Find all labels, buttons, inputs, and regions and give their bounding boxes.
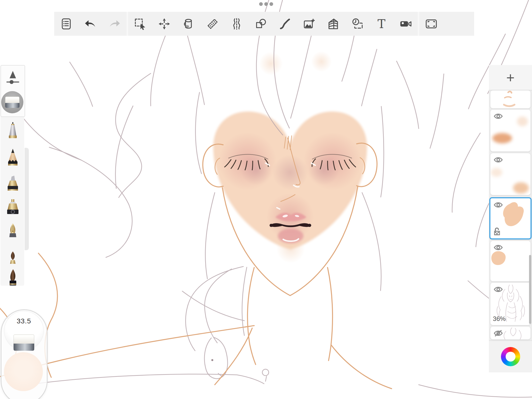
color-wheel-section (489, 340, 532, 372)
fullscreen-icon (425, 17, 438, 30)
fullscreen-button[interactable] (419, 12, 443, 36)
brush-library-panel (0, 116, 24, 286)
shapes-icon (254, 17, 267, 30)
undo-arrow-icon (84, 17, 97, 30)
sketch-app-window: T (0, 0, 532, 399)
brush-size-puck[interactable]: 33.5 (4, 311, 44, 351)
time-lapse-icon (351, 17, 364, 30)
layer-visibility-eye-icon[interactable] (493, 286, 503, 293)
svg-text:T: T (378, 17, 385, 30)
brush-airbrush[interactable] (5, 199, 21, 216)
brush-mechanical-pencil[interactable] (5, 122, 21, 140)
brush-marker[interactable] (5, 175, 21, 193)
symmetry-icon (230, 17, 243, 30)
record-video-button[interactable] (394, 12, 418, 36)
top-toolbar: T (54, 12, 474, 36)
mechanical-pencil-icon (5, 122, 21, 140)
menu-list-icon (60, 17, 73, 30)
layer-row[interactable] (490, 90, 531, 108)
brush-pencil[interactable] (5, 148, 21, 166)
paint-bucket-icon (182, 17, 195, 30)
layer-thumbnail (490, 90, 531, 108)
multitask-handle-icon[interactable] (259, 2, 275, 6)
color-wheel-button[interactable] (501, 347, 520, 366)
layers-panel: + (489, 65, 532, 372)
add-image-icon (303, 17, 316, 30)
canvas-artwork[interactable] (0, 0, 532, 399)
layer-visibility-eye-icon[interactable] (493, 244, 503, 251)
selection-tool-button[interactable] (128, 12, 152, 36)
round-brush-icon (5, 251, 21, 269)
brush-size-value: 33.5 (4, 317, 43, 325)
video-camera-icon (399, 17, 412, 30)
brush-list-scrollbar[interactable] (25, 148, 29, 250)
marker-icon (5, 175, 21, 193)
layer-hidden-eye-icon[interactable] (493, 330, 503, 337)
shapes-tool-button[interactable] (249, 12, 273, 36)
stroke-tool-button[interactable] (273, 12, 297, 36)
alpha-lock-icon[interactable] (493, 227, 501, 236)
brush-size-slider-icon[interactable] (6, 70, 20, 85)
layer-visibility-eye-icon[interactable] (493, 113, 503, 120)
fill-tool-button[interactable] (176, 12, 200, 36)
layer-row[interactable] (490, 153, 531, 195)
perspective-grid-icon (327, 17, 340, 30)
ink-pen-icon (5, 223, 21, 241)
color-swatch-puck[interactable] (4, 352, 43, 391)
redo-button[interactable] (102, 12, 127, 36)
layer-row[interactable] (490, 110, 531, 151)
eraser-icon (5, 97, 19, 108)
layers-scrollbar[interactable] (529, 255, 531, 324)
add-layer-button[interactable]: + (506, 70, 515, 85)
layer-row-selected[interactable] (489, 197, 532, 239)
ruler-icon (206, 17, 219, 30)
symmetry-tool-button[interactable] (225, 12, 249, 36)
import-image-button[interactable] (297, 12, 321, 36)
undo-button[interactable] (78, 12, 102, 36)
eraser-icon (14, 334, 34, 351)
airbrush-icon (5, 199, 21, 216)
brush-round[interactable] (5, 251, 21, 269)
layer-row[interactable] (490, 241, 531, 281)
perspective-tool-button[interactable] (321, 12, 345, 36)
brush-ink-pen[interactable] (5, 223, 21, 241)
ruler-tool-button[interactable] (200, 12, 225, 36)
layer-row-hidden[interactable] (490, 327, 531, 339)
layer-row[interactable]: 36% (490, 283, 531, 325)
text-tool-icon: T (375, 17, 388, 30)
active-tool-eraser[interactable] (1, 91, 23, 113)
pencil-icon (5, 148, 21, 166)
transform-tool-button[interactable] (152, 12, 176, 36)
paint-brush-icon (5, 269, 21, 287)
text-tool-button[interactable]: T (369, 12, 394, 36)
layers-header: + (489, 65, 532, 90)
layer-visibility-eye-icon[interactable] (493, 156, 503, 164)
stroke-curve-icon (279, 17, 291, 30)
marquee-select-icon (134, 17, 147, 30)
time-lapse-button[interactable] (345, 12, 369, 36)
layer-visibility-eye-icon[interactable] (493, 201, 503, 209)
menu-button[interactable] (54, 12, 78, 36)
redo-arrow-icon (108, 17, 121, 30)
brush-paint[interactable] (5, 269, 21, 287)
move-arrows-icon (158, 17, 171, 30)
layer-opacity-value: 36% (493, 315, 506, 323)
